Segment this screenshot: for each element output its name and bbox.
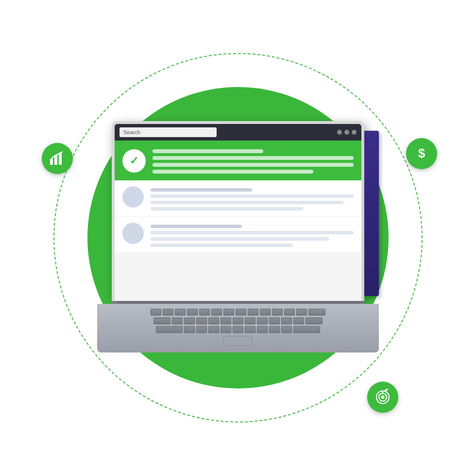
browser-dot-2 <box>344 130 349 135</box>
key <box>281 317 292 324</box>
key <box>281 326 292 333</box>
browser-dot-1 <box>337 130 342 135</box>
key <box>221 326 231 333</box>
line-g2 <box>151 225 242 228</box>
key <box>208 317 219 324</box>
key <box>296 309 307 316</box>
key <box>208 326 219 333</box>
chart-badge <box>42 143 73 174</box>
laptop-base <box>97 304 379 352</box>
key <box>257 326 268 333</box>
line-l5 <box>151 237 329 241</box>
key <box>156 326 183 333</box>
svg-rect-2 <box>59 153 62 165</box>
line-long-2 <box>153 163 354 167</box>
key-row-2 <box>153 317 323 324</box>
key <box>184 326 195 333</box>
key <box>233 326 243 333</box>
line-l3 <box>151 207 303 211</box>
laptop-side-panel <box>364 131 379 296</box>
main-scene: $ Search <box>49 48 427 427</box>
svg-rect-1 <box>54 155 57 165</box>
key-row-1 <box>151 309 325 316</box>
key <box>196 317 207 324</box>
key <box>272 309 283 316</box>
target-badge <box>367 382 398 413</box>
key <box>233 317 243 324</box>
key <box>293 326 320 333</box>
key <box>236 309 246 316</box>
top-result-card: ✓ <box>115 141 361 180</box>
key <box>221 317 231 324</box>
chart-icon <box>49 150 66 167</box>
result-card-3 <box>115 217 361 253</box>
check-circle: ✓ <box>122 149 146 173</box>
key-row-3 <box>156 326 320 333</box>
key <box>248 309 258 316</box>
line-l6 <box>151 244 293 247</box>
line-l1 <box>151 194 354 198</box>
key <box>306 317 323 324</box>
result-lines-2 <box>151 186 354 211</box>
line-l4 <box>151 231 354 234</box>
trackpad <box>223 336 253 346</box>
avatar-1 <box>122 186 144 208</box>
browser-content: ✓ <box>115 141 361 301</box>
line-l2 <box>151 201 343 204</box>
key <box>269 326 280 333</box>
target-icon <box>374 389 391 405</box>
key <box>260 309 271 316</box>
dollar-icon: $ <box>418 146 425 161</box>
line-medium-1 <box>153 170 313 174</box>
browser-dot-3 <box>352 130 357 135</box>
key <box>172 317 183 324</box>
key <box>153 317 170 324</box>
keyboard <box>97 304 379 352</box>
key <box>223 309 234 316</box>
key <box>293 317 304 324</box>
key <box>245 317 255 324</box>
key <box>308 309 325 316</box>
browser-dots <box>337 130 357 135</box>
key <box>211 309 222 316</box>
key <box>175 309 186 316</box>
line-g1 <box>151 188 252 192</box>
key <box>151 309 161 316</box>
key <box>284 309 295 316</box>
result-lines-3 <box>151 223 354 247</box>
top-result-lines <box>153 147 354 174</box>
key <box>187 309 198 316</box>
svg-point-5 <box>381 395 385 399</box>
key <box>196 326 207 333</box>
line-long-1 <box>153 156 354 160</box>
browser-bar: Search <box>115 124 361 141</box>
dollar-badge: $ <box>406 138 437 169</box>
line-short-1 <box>153 149 263 153</box>
search-bar[interactable]: Search <box>119 127 217 137</box>
key <box>163 309 173 316</box>
result-card-2 <box>115 180 361 217</box>
key <box>245 326 255 333</box>
key <box>257 317 268 324</box>
search-text: Search <box>123 129 140 135</box>
key <box>269 317 280 324</box>
laptop: Search ✓ <box>102 121 374 374</box>
key <box>199 309 210 316</box>
laptop-screen: Search ✓ <box>112 121 364 301</box>
avatar-2 <box>122 223 144 244</box>
key <box>184 317 195 324</box>
check-icon: ✓ <box>130 155 138 167</box>
